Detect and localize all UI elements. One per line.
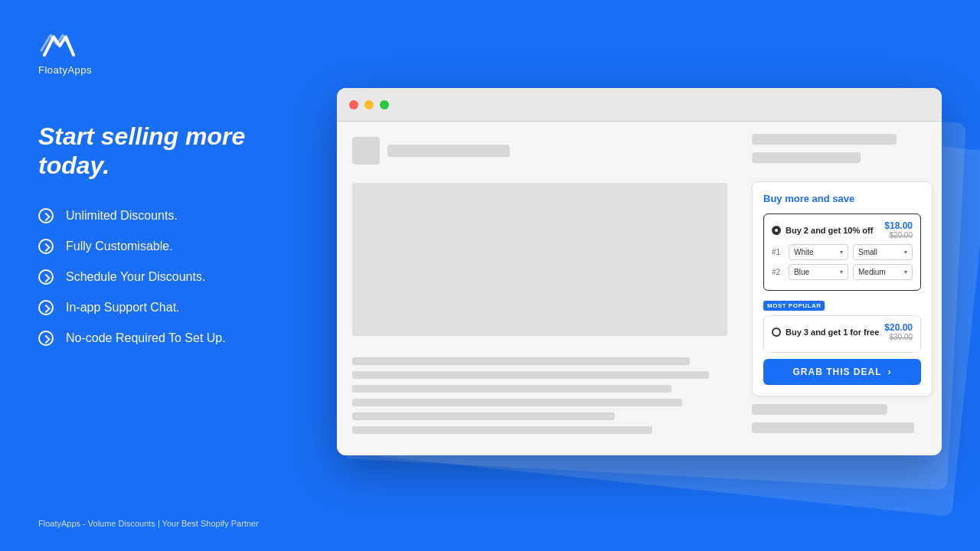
color-select-2[interactable]: Blue ▾ <box>789 264 848 280</box>
left-panel: FloatyApps Start selling more today. Unl… <box>0 0 322 551</box>
widget-ph-2 <box>752 152 861 163</box>
color-select-1[interactable]: White ▾ <box>789 244 848 260</box>
deal2-price-current: $20.00 <box>884 322 913 333</box>
deal2-price: $20.00 $30.00 <box>884 322 913 341</box>
grab-this-deal-button[interactable]: GRAB THIS DEAL › <box>763 359 921 385</box>
feature-item: In-app Support Chat. <box>38 300 283 315</box>
check-icon-0 <box>38 208 54 223</box>
variant-row-1: #1 White ▾ Small ▾ <box>772 244 913 260</box>
feature-text-2: Schedule Your Discounts. <box>66 270 205 284</box>
check-icon-2 <box>38 269 54 285</box>
feature-text-3: In-app Support Chat. <box>66 301 180 315</box>
features-list: Unlimited Discounts. Fully Customisable.… <box>38 208 283 346</box>
size-value-2: Medium <box>858 268 886 276</box>
deal2-price-original: $30.00 <box>884 333 913 341</box>
widget-ph-3 <box>752 404 887 415</box>
widget-area: Buy more and save Buy 2 and get 10% off … <box>743 122 942 455</box>
widget-ph-1 <box>752 134 897 145</box>
brand-name: FloatyApps <box>38 64 92 76</box>
browser-toolbar <box>337 88 942 122</box>
logo-icon <box>38 31 75 61</box>
deal-option-1[interactable]: Buy 2 and get 10% off $18.00 $20.00 #1 W… <box>763 214 921 291</box>
browser-mockup: Buy more and save Buy 2 and get 10% off … <box>337 88 942 455</box>
color-value-1: White <box>794 248 814 256</box>
browser-content: Buy more and save Buy 2 and get 10% off … <box>337 122 942 455</box>
pl-5 <box>352 412 615 420</box>
product-image-placeholder <box>352 183 727 336</box>
traffic-light-yellow[interactable] <box>364 100 374 109</box>
deal-header-2: Buy 3 and get 1 for free $20.00 $30.00 <box>772 322 913 341</box>
grab-button-arrow: › <box>888 367 892 377</box>
chevron-down-icon: ▾ <box>904 249 907 256</box>
feature-item: Schedule Your Discounts. <box>38 269 283 285</box>
pl-6 <box>352 426 652 434</box>
chevron-down-icon: ▾ <box>904 269 907 276</box>
grab-button-label: GRAB THIS DEAL <box>793 367 882 377</box>
widget-title-highlight: save <box>832 193 854 204</box>
pl-2 <box>352 371 709 379</box>
deal-option-2-wrapper: MOST POPULAR Buy 3 and get 1 for free $2… <box>763 297 921 353</box>
check-icon-4 <box>38 331 54 346</box>
chevron-down-icon: ▾ <box>840 249 843 256</box>
feature-text-0: Unlimited Discounts. <box>66 209 178 223</box>
feature-item: Unlimited Discounts. <box>38 208 283 223</box>
headline: Start selling more today. <box>38 122 283 181</box>
variant-num-1: #1 <box>772 248 784 256</box>
nav-placeholder <box>352 137 380 165</box>
size-select-2[interactable]: Medium ▾ <box>853 264 913 280</box>
deal1-price: $18.00 $20.00 <box>884 220 913 240</box>
widget-ph-4 <box>752 422 914 433</box>
most-popular-badge: MOST POPULAR <box>763 297 921 315</box>
check-icon-3 <box>38 300 54 315</box>
color-value-2: Blue <box>794 268 809 276</box>
check-icon-1 <box>38 239 54 254</box>
deal2-label: Buy 3 and get 1 for free <box>786 328 879 337</box>
variant-row-2: #2 Blue ▾ Medium ▾ <box>772 264 913 280</box>
deal-radio-2: Buy 3 and get 1 for free <box>772 328 879 337</box>
pl-3 <box>352 385 671 393</box>
traffic-light-red[interactable] <box>349 100 358 109</box>
footer-text: FloatyApps - Volume Discounts | Your Bes… <box>38 519 259 528</box>
variant-num-2: #2 <box>772 268 784 276</box>
description-placeholders <box>352 357 727 434</box>
feature-item: Fully Customisable. <box>38 239 283 254</box>
feature-text-1: Fully Customisable. <box>66 240 173 253</box>
chevron-down-icon: ▾ <box>840 269 843 276</box>
size-select-1[interactable]: Small ▾ <box>853 244 913 260</box>
traffic-light-green[interactable] <box>380 100 389 109</box>
radio-selected <box>772 226 781 235</box>
radio-empty <box>772 328 781 337</box>
deal1-price-original: $20.00 <box>884 231 913 240</box>
deal1-price-current: $18.00 <box>884 220 913 231</box>
size-value-1: Small <box>858 248 877 256</box>
deal-radio-1: Buy 2 and get 10% off <box>772 226 873 235</box>
widget-title-prefix: Buy more and <box>763 193 832 204</box>
logo-area: FloatyApps <box>38 31 283 76</box>
widget-title: Buy more and save <box>763 193 921 204</box>
product-area <box>337 122 743 455</box>
deal1-label: Buy 2 and get 10% off <box>786 226 873 235</box>
nav-bar <box>387 145 510 157</box>
feature-item: No-code Required To Set Up. <box>38 331 283 346</box>
deal-header-1: Buy 2 and get 10% off $18.00 $20.00 <box>772 220 913 240</box>
discount-widget: Buy more and save Buy 2 and get 10% off … <box>752 181 933 396</box>
pl-4 <box>352 399 682 406</box>
pl-1 <box>352 357 690 365</box>
deal-option-2[interactable]: Buy 3 and get 1 for free $20.00 $30.00 <box>763 315 921 353</box>
feature-text-4: No-code Required To Set Up. <box>66 331 226 345</box>
